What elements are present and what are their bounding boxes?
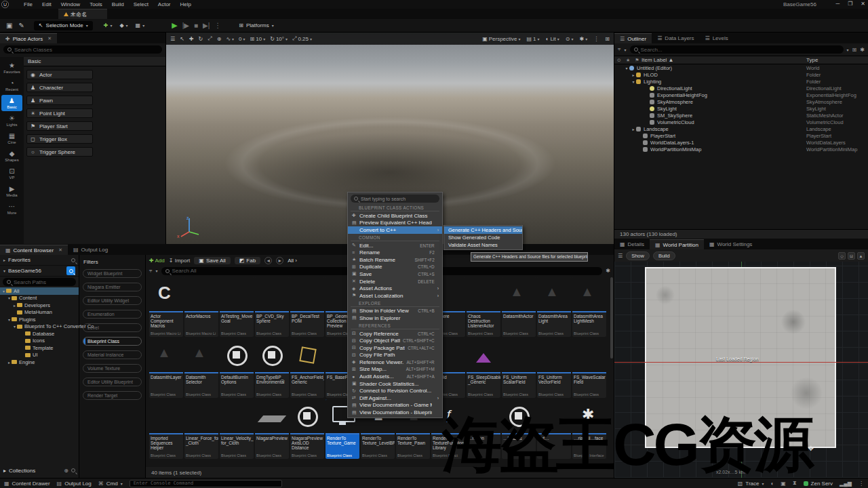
content-drawer-button[interactable]: ▦ Content Drawer: [4, 481, 50, 487]
grid-snap-value[interactable]: 10: [256, 36, 262, 42]
asset-tile[interactable]: Chaos Destruction ListenerActor Blueprin…: [467, 277, 500, 337]
asset-tile[interactable]: FS_SleepDisable _Generic Blueprint Class: [467, 338, 500, 398]
move-tool-icon[interactable]: ✚: [189, 36, 194, 42]
rotate-tool-icon[interactable]: ↻: [199, 36, 203, 42]
asset-tile[interactable]: FS_Uniform ScalarField Blueprint Class: [502, 338, 536, 398]
outliner-row[interactable]: ▾ Lighting Folder: [614, 78, 868, 85]
edit-blueprint-icon[interactable]: ✎: [18, 22, 24, 29]
new-folder-icon[interactable]: ⊞: [852, 47, 857, 53]
world-space-icon[interactable]: ⊕: [217, 36, 222, 42]
more-options-icon[interactable]: ⋮: [593, 36, 599, 42]
context-menu-item[interactable]: EXPLORE ›: [351, 300, 439, 307]
expand-arrow-icon[interactable]: ▸: [631, 73, 636, 77]
asset-tile[interactable]: FS_AnchorField_ Generic Blueprint Class: [290, 338, 324, 398]
category-rail-item[interactable]: ▶ Media: [1, 183, 22, 199]
menubar-item[interactable]: Window: [61, 1, 80, 7]
context-menu-item[interactable]: ≡ Rename F2 ›: [348, 249, 442, 256]
asset-tile[interactable]: NiagaraPreview Blueprint Class: [255, 399, 289, 459]
menubar-item[interactable]: Build: [112, 1, 124, 7]
derived-data-icon[interactable]: ◐: [771, 481, 774, 487]
scale-tool-icon[interactable]: ⤢: [208, 35, 212, 42]
folder-tree-row[interactable]: ▸ Engine: [0, 359, 79, 366]
placeable-actor-item[interactable]: ◉ Actor: [26, 70, 93, 79]
context-menu-item[interactable]: ⊞ Size Map... ALT+SHIFT+M ›: [348, 366, 442, 373]
context-menu-item[interactable]: ✕ Delete DELETE ›: [348, 278, 442, 285]
focus-region-icon[interactable]: ⊡: [848, 252, 855, 260]
breadcrumb[interactable]: All ›: [288, 258, 297, 264]
search-paths-input[interactable]: Search Paths: [3, 278, 76, 286]
asset-tile[interactable]: FS_WaveScalar Field Blueprint Class: [572, 338, 606, 398]
outliner-row[interactable]: ▾ Untitled (Editor) World: [614, 64, 868, 71]
context-menu-item[interactable]: BLUEPRINT CLASS ACTIONS ›: [351, 205, 439, 211]
filter-pill[interactable]: Blueprint Class: [83, 337, 142, 346]
folder-tree-row[interactable]: UI: [0, 352, 79, 359]
context-menu-item[interactable]: ⊟ Copy File Path ›: [348, 352, 442, 359]
tab-content-browser[interactable]: ▦ Content Browser ✕: [0, 245, 68, 255]
favorite-icon[interactable]: ★: [626, 58, 630, 63]
context-menu-item[interactable]: ▤ Preview Equivalent C++ Header ›: [348, 220, 442, 227]
surface-snap-icon[interactable]: ∿: [226, 36, 231, 42]
placeable-actor-item[interactable]: ○ Trigger Sphere: [26, 147, 93, 157]
save-icon[interactable]: ▣: [6, 22, 12, 29]
asset-tile[interactable]: ActorMacros Blueprint Macro Li: [184, 277, 218, 337]
asset-tile[interactable]: Actor Component Macros Blueprint Macro L…: [149, 277, 183, 337]
filter-pill[interactable]: Render Target: [83, 391, 142, 400]
filter-pill[interactable]: Widget Blueprint: [83, 269, 142, 278]
fab-button[interactable]: ◩Fab: [235, 257, 260, 264]
expand-arrow-icon[interactable]: ▾: [631, 79, 636, 84]
stop-icon[interactable]: ■: [194, 22, 198, 29]
context-menu-item[interactable]: ▣ Save CTRL+S ›: [348, 270, 442, 278]
asset-tile[interactable]: NiagaraPreview AxisLOD Distance Blueprin…: [290, 399, 324, 459]
visibility-eye-icon[interactable]: ⊙: [617, 58, 621, 63]
type-column-header[interactable]: Type: [806, 57, 818, 63]
context-menu-item[interactable]: ⊟ Copy Object Path CTRL+SHIFT+C ›: [348, 337, 442, 344]
asset-tile[interactable]: BP_CVD_Sky Sphere Blueprint Class: [255, 277, 289, 337]
submenu-item[interactable]: Show Generated Code: [444, 234, 522, 241]
category-rail-item[interactable]: ▦ Cine: [1, 130, 22, 146]
hamburger-menu-icon[interactable]: ☰: [618, 253, 623, 259]
outliner-row[interactable]: ▸ HLOD Folder: [614, 71, 868, 78]
add-collection-icon[interactable]: ⊕: [64, 468, 68, 474]
surface-snap-value[interactable]: 0: [239, 36, 241, 42]
placeable-actor-item[interactable]: ◻ Trigger Box: [26, 134, 93, 144]
outliner-row[interactable]: ▸ Landscape Landscape: [614, 125, 868, 132]
asset-tile[interactable]: BP_DecalTest POM Blueprint Class: [290, 277, 324, 337]
minimize-button[interactable]: ─: [835, 1, 840, 7]
expand-arrow-icon[interactable]: ▾: [1, 289, 6, 293]
scrollbar[interactable]: [610, 277, 613, 359]
context-menu-item[interactable]: ✎ Edit... ENTER ›: [348, 242, 442, 249]
folder-tree-row[interactable]: ▾ Blueprint To C++ Converter Co: [0, 323, 79, 331]
search-icon[interactable]: [71, 258, 75, 262]
output-log-button[interactable]: ▤ Output Log: [57, 481, 92, 487]
outliner-tab[interactable]: ☰ Levels: [700, 33, 734, 43]
category-rail-item[interactable]: ⋯ More: [1, 201, 22, 217]
pin-icon[interactable]: ⚑: [635, 58, 639, 63]
context-menu-item[interactable]: ✚ Create Child Blueprint Class ›: [348, 212, 442, 220]
outliner-row[interactable]: VolumetricCloud VolumetricCloud: [614, 119, 868, 125]
console-command-input[interactable]: Enter Console Command: [130, 480, 282, 487]
import-button[interactable]: ↧ Import: [169, 258, 191, 264]
context-menu-item[interactable]: ▤ View Documentation - Blueprint ›: [348, 409, 442, 416]
context-menu-item[interactable]: COMMON ›: [351, 235, 439, 241]
asset-tile[interactable]: DatasmithActor Blueprint Class: [502, 277, 536, 337]
scale-snap-value[interactable]: 0.25: [298, 36, 309, 42]
outliner-search-input[interactable]: Search...: [630, 45, 844, 54]
view-mode-dropdown[interactable]: Lit: [550, 36, 555, 42]
trace-dropdown[interactable]: ▧ Trace▾: [738, 481, 764, 487]
bottom-right-tab[interactable]: ▦ Details: [614, 239, 650, 249]
context-menu-item[interactable]: ▤ Show in Explorer ›: [348, 314, 442, 322]
tab-place-actors[interactable]: ✚ Place Actors ✕: [0, 33, 57, 43]
more-options-icon[interactable]: ⋮: [859, 481, 864, 487]
folder-tree-row[interactable]: MetaHuman: [0, 309, 79, 317]
context-menu-item[interactable]: ⚑ Asset Localization ›: [348, 292, 442, 300]
collections-row[interactable]: ▸Collections ⊕: [0, 466, 79, 475]
perspective-dropdown[interactable]: Perspective: [489, 36, 517, 42]
search-icon[interactable]: [71, 468, 75, 472]
expand-arrow-icon[interactable]: ▾: [7, 296, 12, 300]
menubar-item[interactable]: Select: [134, 1, 149, 7]
show-button[interactable]: Show: [626, 251, 650, 260]
submenu-item[interactable]: Validate Asset Names: [444, 241, 522, 249]
zen-server-status[interactable]: Zen Serv: [804, 481, 833, 487]
asset-tile[interactable]: DatasmithArea Light Blueprint Class: [537, 277, 571, 337]
category-rail-item[interactable]: ★ Favorites: [1, 60, 22, 76]
